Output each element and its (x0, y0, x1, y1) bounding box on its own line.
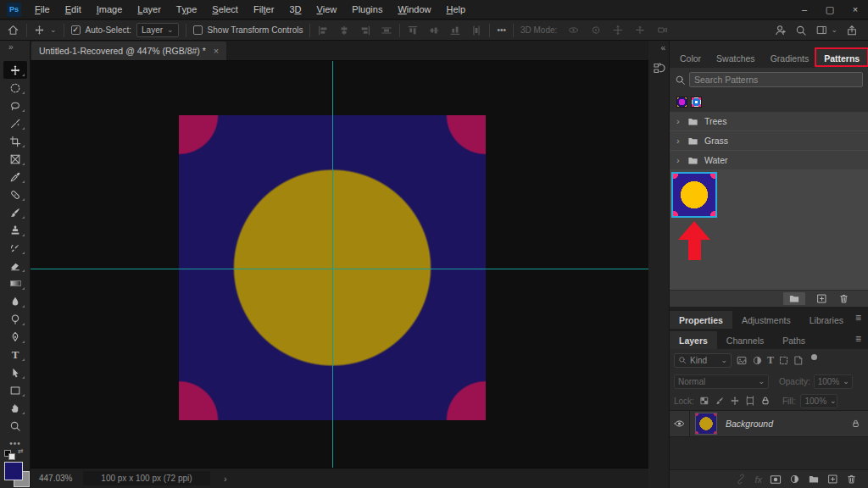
show-transform-controls-checkbox[interactable] (193, 25, 203, 35)
tool-hand[interactable] (3, 399, 27, 417)
new-adjustment-layer-icon[interactable] (789, 474, 800, 485)
tool-eraser[interactable] (3, 257, 27, 274)
dock-collapse-icon[interactable]: « (660, 43, 665, 53)
share-export-icon[interactable] (846, 25, 858, 36)
menu-image[interactable]: Image (89, 0, 131, 19)
recent-pattern-magenta-dot[interactable] (676, 97, 687, 108)
vertical-guide[interactable] (332, 61, 333, 468)
layer-lock-icon[interactable] (851, 419, 860, 429)
tool-type[interactable]: T (3, 346, 27, 363)
distribute-vertical-icon[interactable] (470, 25, 482, 36)
tool-spot-healing-brush[interactable] (3, 186, 27, 203)
align-horizontal-centers-icon[interactable] (338, 25, 350, 36)
menu-3d[interactable]: 3D (281, 0, 309, 19)
filter-type-layers-icon[interactable]: T (767, 354, 774, 367)
tab-paths[interactable]: Paths (773, 331, 815, 349)
lock-position-icon[interactable] (730, 396, 740, 406)
lock-pixels-icon[interactable] (715, 396, 725, 406)
close-button[interactable]: × (843, 0, 868, 19)
pattern-group-grass[interactable]: › Grass (670, 131, 868, 151)
tool-blur[interactable] (3, 292, 27, 310)
lock-all-icon[interactable] (760, 396, 771, 406)
chevron-down-icon[interactable]: ⌄ (50, 26, 57, 34)
tool-gradient[interactable] (3, 274, 27, 292)
3d-camera-icon[interactable] (656, 25, 669, 36)
menu-plugins[interactable]: Plugins (344, 0, 390, 19)
menu-select[interactable]: Select (204, 0, 246, 19)
new-pattern-group-button[interactable] (783, 292, 805, 305)
minimize-button[interactable]: – (792, 0, 817, 19)
tab-gradients[interactable]: Gradients (763, 48, 817, 68)
link-layers-icon[interactable] (735, 474, 747, 485)
pattern-group-water[interactable]: › Water (670, 151, 868, 170)
filter-smart-objects-icon[interactable] (793, 355, 804, 366)
menu-view[interactable]: View (309, 0, 344, 19)
blend-mode-dropdown[interactable]: Normal ⌄ (674, 374, 769, 389)
tool-eyedropper[interactable] (3, 168, 27, 186)
distribute-horizontal-icon[interactable] (381, 25, 392, 36)
menu-type[interactable]: Type (169, 0, 204, 19)
opacity-value[interactable]: 100% ⌄ (814, 374, 853, 389)
fill-value[interactable]: 100% ⌄ (800, 394, 837, 408)
disclosure-chevron-icon[interactable]: › (676, 155, 682, 165)
home-icon[interactable] (7, 24, 19, 36)
layer-filter-kind-dropdown[interactable]: Kind ⌄ (674, 353, 732, 368)
tool-elliptical-marquee[interactable] (3, 79, 27, 97)
maximize-button[interactable]: ▢ (817, 0, 843, 19)
zoom-level-field[interactable]: 447.03% (39, 474, 83, 483)
canvas-area[interactable] (31, 61, 648, 468)
align-vertical-centers-icon[interactable] (428, 25, 440, 36)
layer-name[interactable]: Background (726, 419, 773, 429)
align-top-edges-icon[interactable] (407, 25, 419, 36)
new-pattern-button[interactable] (816, 293, 827, 304)
panel-menu-icon[interactable]: ≡ (855, 333, 861, 345)
3d-slide-icon[interactable] (634, 25, 646, 36)
lock-artboard-icon[interactable] (745, 396, 755, 406)
menu-layer[interactable]: Layer (130, 0, 169, 19)
menu-edit[interactable]: Edit (58, 0, 89, 19)
status-options-chevron-icon[interactable]: › (224, 474, 227, 484)
tool-history-brush[interactable] (3, 239, 27, 257)
document-close-icon[interactable]: × (214, 46, 219, 56)
tool-clone-stamp[interactable] (3, 221, 27, 239)
default-colors-control[interactable]: ⇄ (4, 447, 26, 459)
selected-pattern-thumbnail[interactable] (671, 172, 717, 218)
delete-pattern-button[interactable] (838, 293, 849, 304)
tool-lasso[interactable] (3, 97, 27, 114)
menu-filter[interactable]: Filter (246, 0, 281, 19)
filter-shape-layers-icon[interactable] (778, 355, 789, 366)
share-account-icon[interactable] (774, 24, 787, 36)
disclosure-chevron-icon[interactable]: › (676, 116, 682, 126)
menu-help[interactable]: Help (439, 0, 474, 19)
horizontal-guide[interactable] (31, 269, 648, 269)
panel-menu-icon[interactable]: ≡ (855, 312, 861, 324)
auto-select-target-dropdown[interactable]: Layer ⌄ (136, 23, 179, 37)
filter-toggle-icon[interactable] (811, 354, 817, 360)
align-bottom-edges-icon[interactable] (449, 25, 461, 36)
layer-visibility-toggle[interactable] (670, 411, 690, 436)
new-group-icon[interactable] (808, 474, 820, 484)
tool-move[interactable] (3, 61, 27, 79)
search-patterns-input[interactable] (689, 72, 863, 87)
more-options-icon[interactable]: ••• (497, 25, 506, 35)
menu-window[interactable]: Window (390, 0, 438, 19)
layer-row-background[interactable]: Background (670, 411, 868, 437)
move-tool-preset-icon[interactable] (34, 25, 45, 36)
filter-pixel-layers-icon[interactable] (736, 355, 748, 366)
pattern-group-trees[interactable]: › Trees (670, 112, 868, 131)
tool-pen[interactable] (3, 328, 27, 346)
3d-roll-icon[interactable] (590, 25, 602, 36)
swap-colors-icon[interactable]: ⇄ (18, 447, 24, 455)
3d-pan-icon[interactable] (612, 25, 624, 36)
foreground-color-swatch[interactable] (4, 462, 23, 480)
tool-object-selection[interactable] (3, 114, 27, 132)
tab-channels[interactable]: Channels (717, 331, 773, 349)
tool-path-selection[interactable] (3, 363, 27, 381)
toolbar-collapse-icon[interactable]: » (8, 42, 14, 52)
filter-adjustment-layers-icon[interactable] (752, 355, 763, 366)
tool-brush[interactable] (3, 203, 27, 221)
history-panel-icon[interactable] (651, 58, 667, 80)
recent-pattern-blue-target[interactable] (691, 97, 702, 108)
document-tab[interactable]: Untitled-1-Recovered @ 447% (RGB/8#) * × (31, 42, 226, 60)
menu-file[interactable]: File (27, 0, 58, 19)
